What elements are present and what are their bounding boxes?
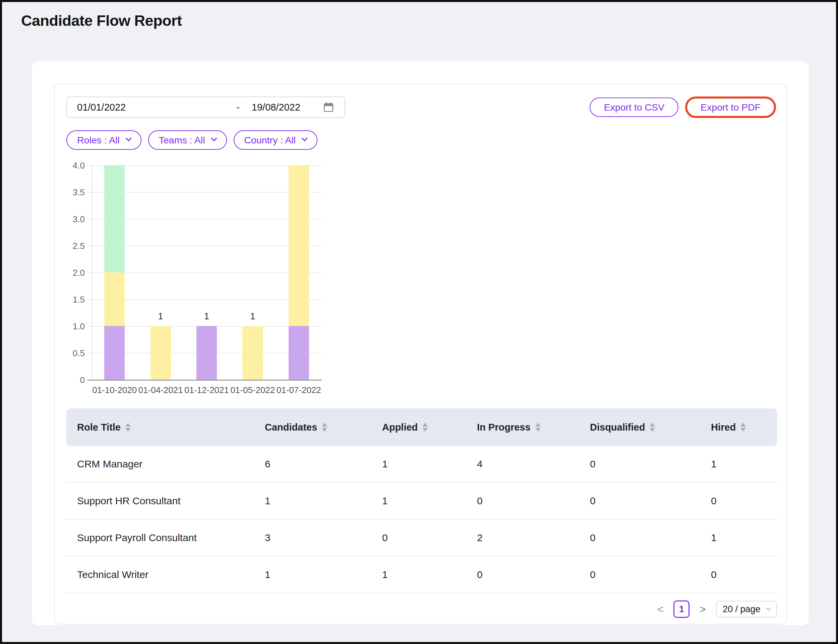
cell-value: 1 <box>371 495 466 507</box>
report-card: 01/01/2022 - 19/08/2022 Export to CSV <box>31 61 809 626</box>
cell-value: 1 <box>254 569 371 580</box>
cell-value: 0 <box>700 495 777 507</box>
sort-icon <box>422 423 428 432</box>
roles-filter-dropdown[interactable]: Roles : All <box>66 130 142 150</box>
cell-value: 0 <box>579 532 700 544</box>
bar-green-segment <box>104 165 125 273</box>
table-row: Support HR Consultant11000 <box>66 483 777 520</box>
chevron-down-icon <box>125 135 132 141</box>
candidate-flow-table: Role Title Candidates Applied In Progres… <box>66 409 777 593</box>
date-from-value[interactable]: 01/01/2022 <box>77 102 126 113</box>
page-title: Candidate Flow Report <box>21 12 182 30</box>
table-row: CRM Manager61401 <box>66 446 777 483</box>
teams-filter-dropdown[interactable]: Teams : All <box>148 130 227 150</box>
bar-yellow-segment <box>289 165 309 326</box>
page-size-value: 20 / page <box>723 604 761 614</box>
column-header-applied[interactable]: Applied <box>371 422 466 433</box>
calendar-icon[interactable] <box>323 101 334 113</box>
sort-icon <box>322 423 327 432</box>
roles-filter-label: Roles : All <box>77 135 120 146</box>
cell-value: 0 <box>466 569 579 580</box>
cell-value: 3 <box>254 532 371 544</box>
candidate-flow-chart: 4.03.53.02.52.01.51.00.5001-10-2020101-0… <box>66 161 326 398</box>
chevron-down-icon <box>766 606 771 611</box>
y-tick-label: 0.5 <box>65 348 85 358</box>
y-tick-label: 2.0 <box>65 268 85 278</box>
table-body: CRM Manager61401Support HR Consultant110… <box>66 446 777 593</box>
cell-value: 0 <box>579 569 700 580</box>
bar-value-label: 1 <box>150 311 171 322</box>
pagination-page-1[interactable]: 1 <box>673 600 690 618</box>
y-tick-label: 4.0 <box>65 160 85 171</box>
cell-value: 0 <box>700 569 777 580</box>
y-tick-label: 0 <box>65 375 85 385</box>
page-size-select[interactable]: 20 / page <box>716 601 777 618</box>
cell-role-title: CRM Manager <box>66 458 254 470</box>
y-tick-label: 1.0 <box>65 321 85 332</box>
cell-value: 1 <box>700 532 777 544</box>
date-range-input[interactable]: 01/01/2022 - 19/08/2022 <box>66 97 345 118</box>
x-tick-label: 01-04-2021 <box>137 385 184 395</box>
y-tick-label: 3.5 <box>65 187 85 198</box>
table-footer: < 1 > 20 / page <box>66 593 777 625</box>
cell-value: 1 <box>371 458 466 470</box>
column-header-disqualified[interactable]: Disqualified <box>579 422 700 433</box>
country-filter-dropdown[interactable]: Country : All <box>234 130 318 150</box>
x-axis-line <box>87 380 322 381</box>
bar-purple-segment <box>196 326 217 380</box>
bar-purple-segment <box>104 326 125 380</box>
bar-value-label: 1 <box>242 311 263 322</box>
y-axis-line <box>92 165 92 380</box>
column-header-in-progress[interactable]: In Progress <box>466 422 579 433</box>
pagination-next-button[interactable]: > <box>698 603 707 616</box>
country-filter-label: Country : All <box>244 135 296 146</box>
cell-value: 2 <box>466 532 579 544</box>
column-header-candidates[interactable]: Candidates <box>254 422 371 433</box>
export-csv-button[interactable]: Export to CSV <box>589 97 678 117</box>
cell-value: 4 <box>466 458 579 470</box>
x-tick-label: 01-07-2022 <box>275 385 322 395</box>
cell-value: 0 <box>466 495 579 507</box>
bar-yellow-segment <box>242 326 263 380</box>
table-header-row: Role Title Candidates Applied In Progres… <box>66 409 777 446</box>
report-panel: 01/01/2022 - 19/08/2022 Export to CSV <box>54 84 787 624</box>
table-row: Technical Writer11000 <box>66 557 777 593</box>
x-tick-label: 01-12-2021 <box>183 385 230 395</box>
x-tick-label: 01-05-2022 <box>229 385 276 395</box>
teams-filter-label: Teams : All <box>159 135 205 146</box>
filter-bar: Roles : All Teams : All Country : All <box>66 130 776 150</box>
column-header-hired[interactable]: Hired <box>700 422 777 433</box>
sort-icon <box>535 423 541 432</box>
cell-value: 0 <box>579 495 700 507</box>
cell-role-title: Support Payroll Consultant <box>66 532 254 544</box>
bar-value-label: 1 <box>196 311 217 322</box>
cell-value: 1 <box>254 495 371 507</box>
x-tick-label: 01-10-2020 <box>91 385 138 395</box>
toolbar: 01/01/2022 - 19/08/2022 Export to CSV <box>66 97 776 118</box>
cell-value: 0 <box>371 532 466 544</box>
cell-value: 1 <box>700 458 777 470</box>
y-tick-label: 3.0 <box>65 214 85 225</box>
cell-value: 0 <box>579 458 700 470</box>
app-window: Candidate Flow Report 01/01/2022 - 19/08… <box>0 0 838 644</box>
chevron-down-icon <box>211 135 217 141</box>
cell-role-title: Technical Writer <box>66 569 254 580</box>
bar-yellow-segment <box>104 273 125 326</box>
date-to-value[interactable]: 19/08/2022 <box>252 102 300 113</box>
y-tick-label: 2.5 <box>65 241 85 251</box>
column-header-role-title[interactable]: Role Title <box>66 422 254 433</box>
bar-yellow-segment <box>150 326 171 380</box>
export-buttons: Export to CSV Export to PDF <box>589 97 776 118</box>
date-separator: - <box>236 102 240 113</box>
sort-icon <box>125 423 131 432</box>
export-pdf-button[interactable]: Export to PDF <box>685 97 776 118</box>
sort-icon <box>741 423 746 432</box>
sort-icon <box>650 423 655 432</box>
y-tick-label: 1.5 <box>65 294 85 305</box>
chevron-down-icon <box>301 135 307 141</box>
pagination-prev-button[interactable]: < <box>656 603 665 616</box>
cell-value: 1 <box>371 569 466 580</box>
table-row: Support Payroll Consultant30201 <box>66 520 777 557</box>
bar-purple-segment <box>289 326 309 380</box>
cell-value: 6 <box>254 458 371 470</box>
